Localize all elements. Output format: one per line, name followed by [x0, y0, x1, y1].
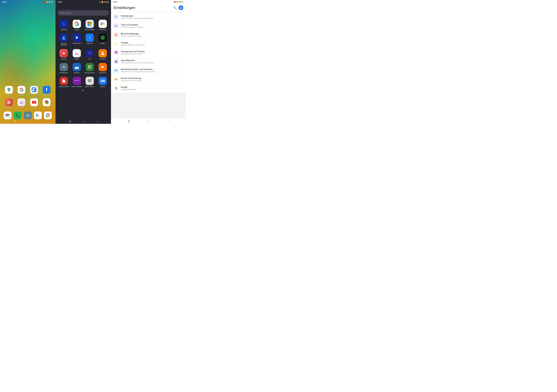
facebook-icon-home[interactable]: f	[43, 86, 50, 94]
galerie-drawer-icon[interactable]	[73, 49, 81, 57]
settings-avatar[interactable]	[179, 5, 183, 10]
drawer-item-google[interactable]: Google	[71, 19, 83, 32]
news-icon[interactable]	[30, 86, 38, 94]
drawer-item-notes[interactable]: Samsung Notes	[57, 76, 70, 88]
chrome-icon-dock[interactable]	[44, 112, 52, 119]
drawer-item-samsung[interactable]: S Samsung	[57, 19, 70, 32]
game-label: Game Launcher	[72, 86, 82, 88]
play-musik-icon[interactable]	[98, 63, 107, 71]
microsoft-icon[interactable]	[86, 20, 94, 28]
einstellungen-drawer-icon[interactable]	[60, 63, 68, 71]
uhr-icon[interactable]	[86, 49, 94, 57]
verbindungen-title: Verbindungen	[121, 15, 183, 17]
drawer-item-play-musik[interactable]: Play Musik	[97, 62, 109, 75]
back-btn-settings[interactable]: ‹	[168, 120, 169, 122]
drawer-item-microsoft[interactable]: Microsoft Apps	[83, 19, 96, 32]
settings-item-toene[interactable]: Töne und Vibration Tonmodus, Klingelton,…	[111, 22, 186, 31]
drawer-search-bar[interactable]: Finder-Suche ⋮	[57, 10, 109, 16]
camera-drawer-icon[interactable]	[60, 49, 68, 57]
facebook-label-home: Facebook	[43, 94, 50, 96]
rechner-icon[interactable]	[86, 63, 94, 71]
hintergruende-icon	[114, 50, 119, 55]
drawer-item-camera[interactable]: Kamera	[57, 48, 70, 61]
drawer-item-galaxy-store[interactable]: Galaxy Store	[71, 32, 83, 47]
home-icon-news[interactable]: News	[29, 86, 39, 96]
dock-phone[interactable]: 📞	[13, 112, 23, 120]
home-icon-google[interactable]: Google	[16, 86, 27, 96]
settings-icon-dock[interactable]: ⚙️	[24, 112, 32, 119]
notes-icon[interactable]	[60, 77, 68, 85]
galerie-icon-home[interactable]	[17, 98, 25, 106]
google-icon[interactable]	[17, 86, 25, 94]
spotify-icon[interactable]	[98, 33, 107, 42]
home-icon-maps[interactable]: Maps	[4, 86, 14, 96]
gmail-icon[interactable]	[4, 112, 11, 119]
sms-icon[interactable]	[86, 77, 94, 85]
samsung-icon[interactable]: S	[60, 20, 68, 28]
drawer-item-gboard[interactable]: Gboard	[97, 76, 109, 88]
google-drawer-icon[interactable]	[73, 20, 81, 28]
settings-item-google[interactable]: Google Google-Einstellungen	[111, 84, 186, 93]
home-btn-drawer[interactable]: ○	[83, 120, 84, 123]
svg-rect-4	[34, 89, 36, 90]
facebook-drawer-icon[interactable]: f	[86, 33, 94, 42]
maps-icon[interactable]	[5, 86, 13, 94]
settings-item-konten[interactable]: Konten und Sicherung Samsung Cloud, Smar…	[111, 75, 186, 84]
settings-search-icon[interactable]: 🔍	[173, 6, 177, 9]
google-settings-title: Google	[121, 86, 183, 88]
dock-playstore[interactable]	[33, 112, 43, 120]
game-icon[interactable]	[73, 77, 81, 85]
settings-item-biometrie[interactable]: Biometrische Daten und Sicherheit Gesich…	[111, 66, 186, 75]
sperrbildschirm-title: Sperrbildschirm	[121, 59, 183, 62]
home-icon-youtube[interactable]: YouTube	[29, 98, 39, 108]
home-btn-home[interactable]: ○	[28, 120, 29, 123]
back-btn-home[interactable]: ‹	[41, 120, 42, 123]
dock-gmail[interactable]	[3, 112, 13, 120]
home-icon-googlephotos[interactable]: Google	[41, 98, 52, 108]
drawer-item-game[interactable]: Game Launcher	[71, 76, 83, 88]
camera-icon-home[interactable]	[5, 98, 13, 106]
drawer-item-facebook[interactable]: f Facebook	[83, 32, 96, 47]
biometrie-text: Biometrische Daten und Sicherheit Gesich…	[121, 68, 183, 72]
drawer-item-kalender[interactable]: ◀ ▶20 Kalender	[71, 62, 83, 75]
home-icon-facebook[interactable]: f Facebook	[41, 86, 52, 96]
drawer-item-galerie[interactable]: Galerie	[71, 48, 83, 61]
settings-item-anzeige[interactable]: Anzeige Helligkeit, Blaufilter, Startbil…	[111, 39, 186, 48]
googlephotos-icon-home[interactable]	[43, 98, 50, 106]
drawer-item-spotify[interactable]: Spotify	[97, 32, 109, 47]
playstore-icon-dock[interactable]	[34, 112, 42, 119]
drawer-item-samsung-members[interactable]: Samsung Members	[57, 32, 70, 47]
google-settings-sub: Google-Einstellungen	[121, 88, 183, 90]
wifi-icon: 📶	[46, 1, 48, 3]
youtube-icon-home[interactable]	[30, 98, 38, 106]
biometrie-sub: Gesichtserkennung, Fingerabdrücke, Daten…	[121, 71, 183, 72]
drawer-item-rechner[interactable]: Taschenrechner	[83, 62, 96, 75]
settings-item-sperrbildschirm[interactable]: Sperrbildschirm Sperrbildschirmtyp, Alwa…	[111, 57, 186, 66]
phone-icon-dock[interactable]: 📞	[14, 112, 22, 119]
samsung-members-icon[interactable]	[60, 33, 68, 42]
drawer-item-playstore[interactable]: Play Store	[97, 19, 109, 32]
back-btn-drawer[interactable]: ‹	[96, 120, 97, 123]
drawer-item-kontakte[interactable]: Kontakte	[97, 48, 109, 61]
dock-settings[interactable]: ⚙️	[23, 112, 33, 120]
home-icon-camera[interactable]: Kamera	[4, 98, 14, 108]
svg-rect-73	[77, 80, 79, 81]
drawer-item-uhr[interactable]: Uhr	[83, 48, 96, 61]
playstore-drawer-icon[interactable]	[98, 20, 107, 28]
drawer-item-sms[interactable]: SMS Services	[83, 76, 96, 88]
home-icon-galerie[interactable]: Galerie	[16, 98, 27, 108]
drawer-item-einstellungen[interactable]: Einstellungen	[57, 62, 70, 75]
kalender-icon[interactable]: ◀ ▶20	[73, 63, 81, 71]
settings-item-hintergruende[interactable]: Hintergründe und Themes Hintergründe, Th…	[111, 48, 186, 57]
drawer-menu-dots[interactable]: ⋮	[83, 11, 107, 14]
home-btn-settings[interactable]: ○	[148, 120, 150, 122]
galaxy-store-icon[interactable]	[73, 33, 81, 42]
kontakte-icon[interactable]	[98, 49, 107, 57]
recents-btn-settings[interactable]: |||	[128, 120, 130, 122]
recents-btn-drawer[interactable]: |||	[69, 120, 71, 123]
gboard-icon[interactable]	[98, 77, 107, 85]
settings-item-verbindungen[interactable]: Verbindungen WLAN, Bluetooth, Datennutzu…	[111, 13, 186, 22]
dock-chrome[interactable]	[43, 112, 53, 120]
recents-btn-home[interactable]: |||	[14, 120, 16, 123]
settings-item-benachrichtigungen[interactable]: Benachrichtigungen Sperren, zulassen, pr…	[111, 31, 186, 39]
